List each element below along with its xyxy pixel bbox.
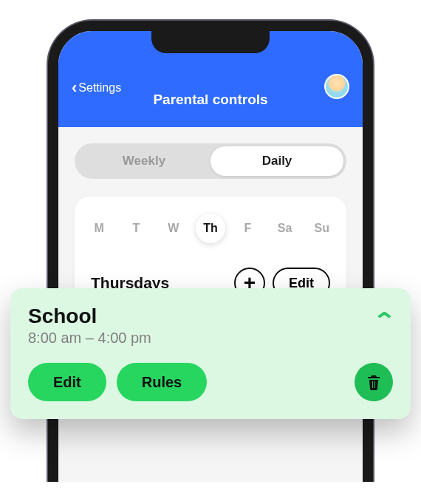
- content-area: Weekly Daily M T W Th F Sa Su Thursdays …: [58, 127, 363, 313]
- rules-button[interactable]: Rules: [117, 363, 207, 401]
- phone-frame: ‹ Settings Parental controls Weekly Dail…: [48, 21, 373, 504]
- school-schedule-card: School 8:00 am – 4:00 pm ⌃ Edit Rules: [10, 288, 411, 419]
- view-mode-toggle: Weekly Daily: [75, 143, 346, 179]
- day-fri[interactable]: F: [233, 222, 262, 235]
- delete-button[interactable]: [355, 363, 393, 401]
- back-label: Settings: [78, 81, 121, 95]
- school-card-header: School 8:00 am – 4:00 pm ⌃: [28, 304, 393, 347]
- school-card-actions: Edit Rules: [28, 363, 393, 401]
- back-button[interactable]: ‹ Settings: [72, 78, 121, 98]
- trash-icon: [365, 373, 383, 391]
- day-sun[interactable]: Su: [307, 222, 337, 235]
- day-mon[interactable]: M: [84, 222, 114, 235]
- tab-weekly[interactable]: Weekly: [78, 146, 210, 176]
- chevron-up-icon[interactable]: ⌃: [372, 310, 396, 331]
- day-thu[interactable]: Th: [196, 214, 225, 243]
- phone-notch: [151, 31, 270, 53]
- day-tue[interactable]: T: [121, 222, 151, 235]
- day-wed[interactable]: W: [159, 222, 188, 235]
- school-card-time: 8:00 am – 4:00 pm: [28, 330, 151, 347]
- page-title: Parental controls: [153, 92, 267, 108]
- school-card-title: School: [28, 304, 151, 328]
- tab-daily[interactable]: Daily: [210, 146, 343, 176]
- edit-schedule-button[interactable]: Edit: [28, 363, 106, 401]
- chevron-left-icon: ‹: [72, 78, 77, 98]
- bottom-fade: [0, 482, 421, 504]
- day-sat[interactable]: Sa: [270, 222, 300, 235]
- day-picker: M T W Th F Sa Su: [81, 210, 340, 247]
- avatar[interactable]: [324, 74, 349, 99]
- school-card-info: School 8:00 am – 4:00 pm: [28, 304, 151, 347]
